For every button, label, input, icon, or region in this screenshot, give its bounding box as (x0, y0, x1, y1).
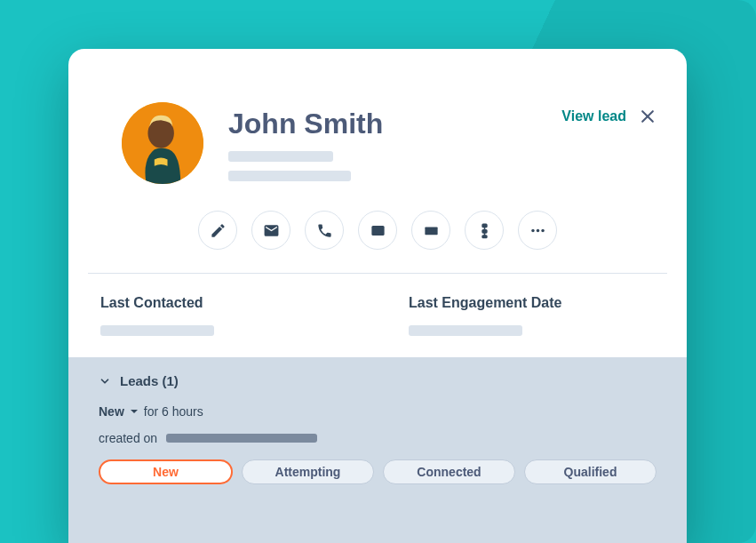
stage-attempting[interactable]: Attempting (242, 459, 374, 484)
svg-point-17 (531, 228, 534, 231)
close-icon[interactable] (639, 108, 657, 125)
stage-new[interactable]: New (99, 459, 233, 484)
stage-connected[interactable]: Connected (383, 459, 515, 484)
last-contacted-label: Last Contacted (100, 295, 346, 311)
window-button[interactable] (358, 211, 397, 250)
avatar[interactable] (122, 102, 203, 184)
email-button[interactable] (251, 211, 290, 250)
svg-rect-11 (427, 231, 434, 233)
contact-name: John Smith (228, 108, 537, 140)
created-date-placeholder (166, 434, 317, 443)
leads-section: Leads (1) New for 6 hours created on New… (68, 357, 687, 543)
stage-row: New Attempting Connected Qualified (99, 459, 657, 484)
chevron-down-icon (99, 375, 111, 387)
sequence-button[interactable] (465, 211, 504, 250)
subtitle-placeholder-2 (228, 171, 351, 181)
svg-rect-8 (429, 228, 431, 230)
lead-status-duration: for 6 hours (144, 404, 203, 419)
call-button[interactable] (305, 211, 344, 250)
header-actions: View lead (561, 102, 657, 125)
svg-point-18 (536, 228, 538, 231)
leads-count-label: Leads (1) (120, 373, 179, 388)
leads-header[interactable]: Leads (1) (99, 373, 657, 388)
svg-rect-7 (426, 228, 427, 230)
svg-point-19 (541, 228, 544, 231)
action-row (68, 211, 687, 273)
last-engagement-label: Last Engagement Date (409, 295, 655, 311)
last-contacted-placeholder (100, 325, 214, 336)
keyboard-button[interactable] (411, 211, 450, 250)
svg-rect-16 (482, 236, 487, 237)
svg-rect-10 (434, 228, 436, 230)
meta-row: Last Contacted Last Engagement Date (68, 274, 687, 357)
last-contacted-col: Last Contacted (100, 295, 346, 336)
svg-rect-9 (432, 228, 434, 230)
svg-rect-12 (482, 224, 487, 227)
created-row: created on (99, 431, 657, 445)
last-engagement-col: Last Engagement Date (382, 295, 655, 336)
created-label: created on (99, 431, 157, 445)
contact-card: John Smith View lead (68, 49, 687, 543)
last-engagement-placeholder (409, 325, 522, 336)
name-column: John Smith (228, 102, 537, 181)
lead-status-row: New for 6 hours (99, 404, 657, 419)
subtitle-placeholder-1 (228, 151, 333, 162)
more-button[interactable] (518, 211, 557, 250)
card-header: John Smith View lead (68, 49, 687, 211)
edit-button[interactable] (198, 211, 237, 250)
svg-rect-14 (482, 229, 487, 232)
view-lead-link[interactable]: View lead (561, 108, 626, 124)
lead-status-dropdown[interactable]: New (99, 404, 124, 419)
stage-qualified[interactable]: Qualified (524, 459, 657, 484)
caret-down-icon[interactable] (130, 407, 139, 416)
